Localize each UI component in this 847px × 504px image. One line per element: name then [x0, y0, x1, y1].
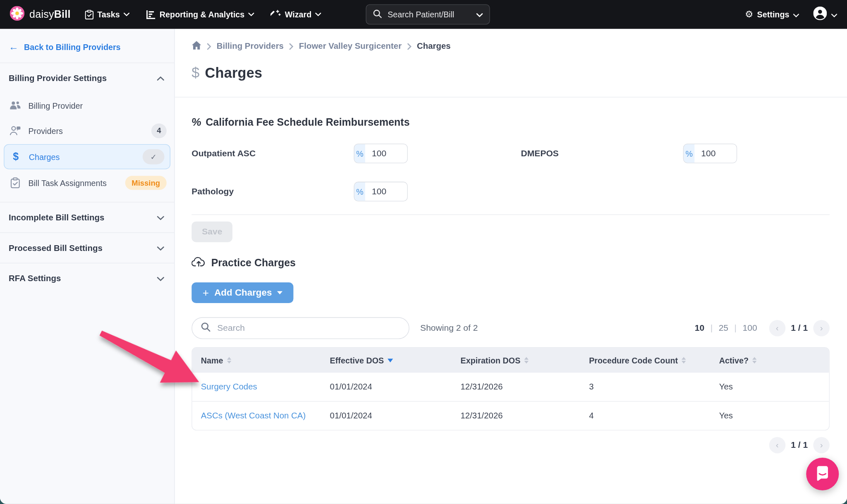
- home-icon[interactable]: [191, 41, 201, 52]
- table-row: Surgery Codes 01/01/2024 12/31/2026 3 Ye…: [192, 373, 829, 401]
- divider: [175, 97, 847, 97]
- prev-page-button[interactable]: ‹: [769, 437, 785, 453]
- separator: |: [735, 323, 737, 333]
- charge-name-link[interactable]: Surgery Codes: [192, 382, 321, 392]
- sidebar-section-rfa-settings[interactable]: RFA Settings: [0, 263, 174, 293]
- column-header-expiration-dos[interactable]: Expiration DOS: [452, 356, 580, 365]
- column-header-procedure-code-count[interactable]: Procedure Code Count: [580, 356, 711, 365]
- chat-bubble-icon: [814, 465, 830, 483]
- chevron-down-icon: [476, 10, 483, 19]
- search-patient-bill-button[interactable]: Search Patient/Bill: [366, 5, 490, 25]
- page-size-25[interactable]: 25: [719, 323, 728, 333]
- sidebar-item-providers[interactable]: Providers 4: [0, 118, 174, 143]
- breadcrumb-separator-icon: [207, 43, 211, 50]
- chat-support-button[interactable]: [806, 458, 839, 490]
- check-icon: ✓: [150, 153, 156, 161]
- nav-menu-tasks[interactable]: Tasks: [85, 10, 129, 19]
- add-charges-label: Add Charges: [214, 287, 272, 298]
- chevron-down-icon: [831, 10, 837, 19]
- nav-settings[interactable]: ⚙ Settings: [745, 10, 799, 19]
- charges-search-input[interactable]: [216, 323, 400, 334]
- pathology-input[interactable]: [365, 182, 407, 201]
- pathology-input-group: %: [354, 182, 408, 201]
- back-arrow-icon: ←: [9, 42, 19, 52]
- nav-menu-wizard[interactable]: Wizard: [271, 9, 321, 19]
- cloud-upload-icon: [191, 256, 206, 270]
- fee-row: Pathology %: [191, 176, 830, 207]
- percent-prefix: %: [354, 144, 365, 163]
- outpatient-asc-input-group: %: [354, 143, 408, 163]
- procedure-code-count-cell: 3: [580, 382, 711, 392]
- sidebar-section-incomplete-bill-settings[interactable]: Incomplete Bill Settings: [0, 203, 174, 232]
- chevron-down-icon: [249, 12, 254, 16]
- dollar-icon: $: [191, 65, 199, 82]
- sort-icon: [752, 357, 757, 363]
- breadcrumb: Billing Providers Flower Valley Surgicen…: [191, 40, 830, 53]
- breadcrumb-billing-providers[interactable]: Billing Providers: [217, 41, 284, 51]
- main-content: Billing Providers Flower Valley Surgicen…: [175, 29, 847, 504]
- next-page-button[interactable]: ›: [813, 320, 829, 336]
- sort-icon: [682, 357, 686, 363]
- sidebar-item-billing-provider[interactable]: Billing Provider: [0, 93, 174, 118]
- spacer: [0, 196, 174, 202]
- fee-label-pathology: Pathology: [191, 186, 354, 196]
- breadcrumb-flower-valley-surgicenter[interactable]: Flower Valley Surgicenter: [299, 41, 402, 51]
- percent-prefix: %: [354, 182, 365, 201]
- sidebar-item-label: Bill Task Assignments: [28, 178, 118, 187]
- column-label: Procedure Code Count: [589, 356, 678, 365]
- caret-down-icon: [278, 291, 283, 294]
- save-button[interactable]: Save: [191, 222, 232, 242]
- column-header-effective-dos[interactable]: Effective DOS: [321, 356, 452, 365]
- brand-logo[interactable]: daisyBill: [10, 6, 71, 23]
- users-group-icon: [9, 100, 22, 110]
- breadcrumb-separator-icon: [289, 43, 294, 50]
- table-row: ASCs (West Coast Non CA) 01/01/2024 12/3…: [192, 401, 829, 430]
- chevron-left-icon: ‹: [776, 440, 779, 450]
- divider: [191, 215, 830, 215]
- effective-dos-cell: 01/01/2024: [321, 382, 452, 392]
- chevron-right-icon: ›: [820, 440, 823, 450]
- outpatient-asc-input[interactable]: [365, 144, 407, 163]
- app-window: daisyBill Tasks: [0, 0, 847, 504]
- sidebar-section-billing-provider-settings[interactable]: Billing Provider Settings: [0, 63, 174, 93]
- effective-dos-cell: 01/01/2024: [321, 411, 452, 421]
- nav-menu-reporting[interactable]: Reporting & Analytics: [146, 10, 254, 19]
- sidebar-item-label: Billing Provider: [28, 101, 166, 110]
- chevron-down-icon: [316, 12, 321, 16]
- page-size-100[interactable]: 100: [743, 323, 757, 333]
- nav-account-menu[interactable]: [813, 7, 837, 22]
- pagination-top: ‹ 1 / 1 ›: [769, 320, 830, 336]
- next-page-button[interactable]: ›: [813, 437, 829, 453]
- fee-fields: Outpatient ASC % DMEPOS % Pathology %: [191, 138, 830, 207]
- page-size-selector: 10 | 25 | 100: [695, 323, 757, 333]
- column-header-name[interactable]: Name: [192, 356, 321, 365]
- page-title-text: Charges: [205, 65, 263, 82]
- charge-name-link[interactable]: ASCs (West Coast Non CA): [192, 411, 321, 421]
- nav-menu-label: Wizard: [285, 10, 312, 19]
- sort-desc-icon: [388, 358, 393, 362]
- chevron-right-icon: ›: [820, 323, 823, 333]
- practice-charges-table: Name Effective DOS Expiration DOS Proced…: [191, 347, 830, 430]
- complete-check-badge: ✓: [143, 149, 165, 165]
- magic-wand-icon: [271, 9, 281, 19]
- top-navbar: daisyBill Tasks: [0, 0, 847, 29]
- dmepos-input[interactable]: [694, 144, 736, 163]
- percent-prefix: %: [684, 144, 694, 163]
- active-cell: Yes: [711, 411, 829, 421]
- sort-icon: [227, 357, 232, 363]
- practice-section-title: Practice Charges: [211, 257, 296, 269]
- percent-icon: %: [191, 116, 202, 128]
- bar-chart-icon: [146, 10, 156, 19]
- page-size-10[interactable]: 10: [695, 323, 704, 333]
- sidebar-item-charges[interactable]: $ Charges ✓: [4, 144, 170, 170]
- chevron-down-icon: [157, 243, 164, 253]
- section-label: RFA Settings: [9, 273, 61, 283]
- search-icon: [201, 322, 211, 334]
- back-to-billing-providers-link[interactable]: ← Back to Billing Providers: [0, 29, 174, 63]
- column-header-active[interactable]: Active?: [711, 356, 829, 365]
- practice-section-header: Practice Charges: [191, 256, 830, 270]
- sidebar-item-bill-task-assignments[interactable]: Bill Task Assignments Missing: [0, 170, 174, 196]
- prev-page-button[interactable]: ‹: [769, 320, 785, 336]
- add-charges-button[interactable]: + Add Charges: [191, 282, 294, 303]
- sidebar-section-processed-bill-settings[interactable]: Processed Bill Settings: [0, 233, 174, 263]
